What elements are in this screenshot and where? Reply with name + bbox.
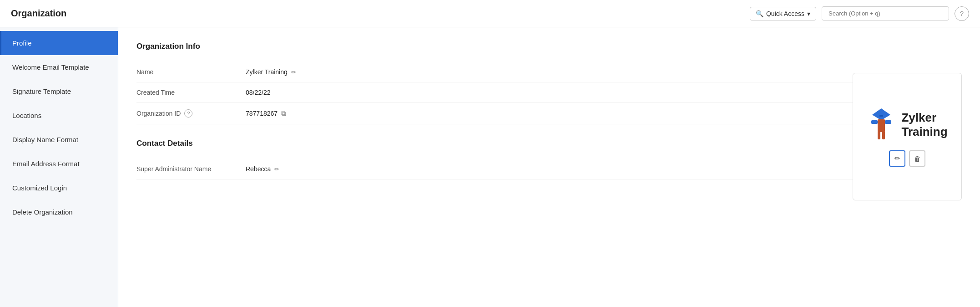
sidebar-item-delete-organization[interactable]: Delete Organization xyxy=(0,200,118,224)
sidebar-item-signature-template[interactable]: Signature Template xyxy=(0,79,118,103)
svg-rect-6 xyxy=(882,131,885,139)
org-info-table: Name Zylker Training ✏ Created Time 08/2… xyxy=(136,62,962,124)
name-value: Zylker Training xyxy=(246,68,288,76)
svg-marker-0 xyxy=(872,108,890,120)
contact-table: Super Administrator Name Rebecca ✏ xyxy=(136,159,962,179)
svg-rect-3 xyxy=(871,120,878,124)
logo-actions: ✏ 🗑 xyxy=(889,150,925,167)
contact-details-section: Contact Details Super Administrator Name… xyxy=(136,139,962,179)
logo-svg xyxy=(867,107,896,143)
org-info-title: Organization Info xyxy=(136,42,962,51)
org-id-value-container: 787718267 ⧉ xyxy=(246,109,286,118)
body-container: Profile Welcome Email Template Signature… xyxy=(0,27,980,307)
copy-icon[interactable]: ⧉ xyxy=(281,109,286,118)
sidebar-item-label: Welcome Email Template xyxy=(12,63,89,71)
page-title: Organization xyxy=(11,8,66,19)
sidebar-item-locations[interactable]: Locations xyxy=(0,103,118,128)
svg-rect-5 xyxy=(878,131,880,139)
sidebar-item-customized-login[interactable]: Customized Login xyxy=(0,176,118,200)
quick-access-button[interactable]: 🔍 Quick Access ▾ xyxy=(750,7,816,20)
sidebar-item-display-name-format[interactable]: Display Name Format xyxy=(0,128,118,152)
created-time-value: 08/22/22 xyxy=(246,89,271,96)
super-admin-value-container: Rebecca ✏ xyxy=(246,165,279,173)
chevron-down-icon: ▾ xyxy=(807,10,810,17)
svg-rect-1 xyxy=(879,115,883,117)
svg-rect-2 xyxy=(878,119,885,132)
logo-edit-button[interactable]: ✏ xyxy=(889,150,905,167)
search-input[interactable] xyxy=(822,6,949,20)
sidebar-item-email-address-format[interactable]: Email Address Format xyxy=(0,152,118,176)
contact-title: Contact Details xyxy=(136,139,962,148)
sidebar: Profile Welcome Email Template Signature… xyxy=(0,27,118,307)
logo-content: Zylker Training xyxy=(867,107,947,143)
org-id-value: 787718267 xyxy=(246,110,278,117)
super-admin-row: Super Administrator Name Rebecca ✏ xyxy=(136,159,962,179)
super-admin-label: Super Administrator Name xyxy=(136,165,246,173)
created-time-value-container: 08/22/22 xyxy=(246,89,271,96)
org-id-help-icon[interactable]: ? xyxy=(184,109,192,118)
sidebar-item-welcome-email[interactable]: Welcome Email Template xyxy=(0,55,118,79)
org-id-row: Organization ID ? 787718267 ⧉ xyxy=(136,103,962,124)
logo-panel: Zylker Training ✏ 🗑 xyxy=(853,73,962,200)
sidebar-item-label: Signature Template xyxy=(12,87,71,95)
sidebar-item-label: Customized Login xyxy=(12,184,67,192)
created-time-label: Created Time xyxy=(136,89,246,96)
help-icon: ? xyxy=(960,10,964,17)
logo-text-container: Zylker Training xyxy=(901,111,947,139)
logo-text-line2: Training xyxy=(901,125,947,139)
name-value-container: Zylker Training ✏ xyxy=(246,68,296,76)
sidebar-item-label: Delete Organization xyxy=(12,208,73,216)
search-icon: 🔍 xyxy=(756,10,763,17)
logo-text-line1: Zylker xyxy=(901,111,947,125)
super-admin-value: Rebecca xyxy=(246,165,271,173)
org-id-label: Organization ID ? xyxy=(136,109,246,118)
sidebar-item-label: Profile xyxy=(12,39,32,47)
main-content: Organization Info Name Zylker Training ✏… xyxy=(118,27,980,307)
pencil-icon: ✏ xyxy=(894,154,900,163)
app-container: Organization 🔍 Quick Access ▾ ? Profile … xyxy=(0,0,980,307)
org-info-section: Organization Info Name Zylker Training ✏… xyxy=(136,42,962,124)
quick-access-label: Quick Access xyxy=(766,10,804,17)
logo-delete-button[interactable]: 🗑 xyxy=(909,150,925,167)
header-right: 🔍 Quick Access ▾ ? xyxy=(750,6,969,21)
svg-rect-4 xyxy=(885,120,891,124)
sidebar-item-label: Locations xyxy=(12,112,41,119)
created-time-row: Created Time 08/22/22 xyxy=(136,82,962,103)
super-admin-edit-icon[interactable]: ✏ xyxy=(274,166,279,173)
sidebar-item-label: Display Name Format xyxy=(12,136,78,143)
trash-icon: 🗑 xyxy=(914,155,921,163)
help-button[interactable]: ? xyxy=(955,6,969,21)
name-row: Name Zylker Training ✏ xyxy=(136,62,962,82)
sidebar-item-label: Email Address Format xyxy=(12,160,80,168)
name-label: Name xyxy=(136,68,246,76)
name-edit-icon[interactable]: ✏ xyxy=(291,69,296,76)
header: Organization 🔍 Quick Access ▾ ? xyxy=(0,0,980,27)
sidebar-item-profile[interactable]: Profile xyxy=(0,31,118,55)
